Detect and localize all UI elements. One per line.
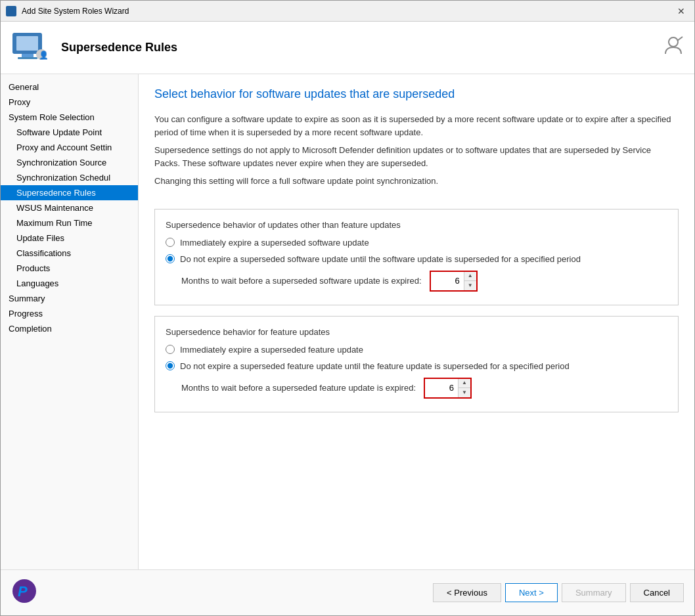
wizard-header-subtitle: Supersedence Rules	[61, 41, 177, 55]
footer-logo: P	[11, 578, 37, 608]
sidebar-item-proxy-account-settings[interactable]: Proxy and Account Settin	[1, 140, 138, 155]
description-1: You can configure a software update to e…	[154, 113, 679, 193]
close-button[interactable]: ✕	[673, 5, 689, 18]
app-icon	[6, 6, 16, 16]
panel2-months-input[interactable]	[425, 379, 458, 397]
sidebar-item-maximum-run-time[interactable]: Maximum Run Time	[1, 215, 138, 231]
sidebar-item-synchronization-source[interactable]: Synchronization Source	[1, 155, 138, 170]
title-bar: Add Site System Roles Wizard ✕	[1, 1, 694, 22]
panel2-title: Supersedence behavior for feature update…	[166, 327, 667, 337]
sidebar-item-languages[interactable]: Languages	[1, 276, 138, 291]
panel-non-feature-updates: Supersedence behavior of updates other t…	[154, 209, 679, 305]
sidebar-item-summary[interactable]: Summary	[1, 291, 138, 306]
panel1-radio1-immediately[interactable]	[166, 238, 175, 247]
panel2-radio1-label: Immediately expire a superseded feature …	[180, 345, 363, 355]
panel1-spinner-down[interactable]: ▼	[464, 281, 476, 290]
page-title: Select behavior for software updates tha…	[154, 87, 679, 101]
panel-feature-updates: Supersedence behavior for feature update…	[154, 316, 679, 412]
sidebar-item-supersedence-rules[interactable]: Supersedence Rules	[1, 185, 138, 200]
panel2-months-row: Months to wait before a superseded featu…	[181, 378, 667, 399]
svg-point-6	[669, 37, 678, 47]
sidebar-item-system-role-selection[interactable]: System Role Selection	[1, 110, 138, 125]
panel2-radio2-donot[interactable]	[166, 361, 175, 370]
panel2-radio2-label: Do not expire a superseded feature updat…	[180, 361, 570, 371]
panel1-spinner-buttons: ▲ ▼	[464, 272, 476, 290]
main-content: Select behavior for software updates tha…	[139, 74, 694, 569]
wizard-body: General Proxy System Role Selection Soft…	[1, 74, 694, 569]
sidebar: General Proxy System Role Selection Soft…	[1, 74, 139, 569]
panel2-months-label: Months to wait before a superseded featu…	[181, 383, 416, 393]
sidebar-item-general[interactable]: General	[1, 79, 138, 95]
svg-line-7	[677, 37, 683, 41]
svg-rect-1	[16, 36, 38, 51]
panel1-radio1-row: Immediately expire a superseded software…	[166, 238, 667, 248]
wizard-header: 👤 Supersedence Rules	[1, 22, 694, 74]
sidebar-item-synchronization-schedule[interactable]: Synchronization Schedul	[1, 170, 138, 185]
panel2-radio2-row: Do not expire a superseded feature updat…	[166, 361, 667, 371]
panel2-radio1-row: Immediately expire a superseded feature …	[166, 345, 667, 355]
panel1-spinner-up[interactable]: ▲	[464, 272, 476, 281]
sidebar-item-proxy[interactable]: Proxy	[1, 95, 138, 110]
previous-button[interactable]: < Previous	[433, 583, 501, 602]
cancel-button[interactable]: Cancel	[630, 583, 684, 602]
svg-text:P: P	[18, 583, 28, 600]
panel1-months-label: Months to wait before a superseded softw…	[181, 276, 422, 286]
next-button[interactable]: Next >	[505, 583, 558, 602]
summary-button[interactable]: Summary	[562, 583, 626, 602]
panel2-months-spinner[interactable]: ▲ ▼	[424, 378, 472, 399]
sidebar-item-progress[interactable]: Progress	[1, 306, 138, 321]
sidebar-item-products[interactable]: Products	[1, 261, 138, 276]
svg-rect-3	[18, 57, 37, 59]
window-title: Add Site System Roles Wizard	[22, 7, 673, 16]
panel1-months-input[interactable]	[431, 272, 464, 290]
panel1-months-row: Months to wait before a superseded softw…	[181, 271, 667, 292]
panel2-spinner-buttons: ▲ ▼	[458, 379, 470, 397]
panel2-spinner-down[interactable]: ▼	[459, 388, 470, 397]
panel1-radio2-row: Do not expire a superseded software upda…	[166, 254, 667, 264]
svg-text:👤: 👤	[39, 50, 47, 60]
panel2-spinner-up[interactable]: ▲	[459, 379, 470, 388]
wizard-footer: P < Previous Next > Summary Cancel	[1, 569, 694, 615]
sidebar-item-completion[interactable]: Completion	[1, 321, 138, 336]
sidebar-item-software-update-point[interactable]: Software Update Point	[1, 125, 138, 140]
svg-rect-2	[22, 54, 34, 57]
header-person-icon	[663, 35, 684, 60]
sidebar-item-classifications[interactable]: Classifications	[1, 246, 138, 261]
sidebar-item-update-files[interactable]: Update Files	[1, 231, 138, 246]
header-icon: 👤	[11, 30, 51, 66]
sidebar-item-wsus-maintenance[interactable]: WSUS Maintenance	[1, 200, 138, 215]
panel1-months-spinner[interactable]: ▲ ▼	[430, 271, 478, 292]
panel1-radio1-label: Immediately expire a superseded software…	[180, 238, 369, 248]
panel2-radio1-immediately[interactable]	[166, 345, 175, 354]
panel1-radio2-label: Do not expire a superseded software upda…	[180, 254, 581, 264]
panel1-title: Supersedence behavior of updates other t…	[166, 220, 667, 230]
panel1-radio2-donot[interactable]	[166, 254, 175, 263]
